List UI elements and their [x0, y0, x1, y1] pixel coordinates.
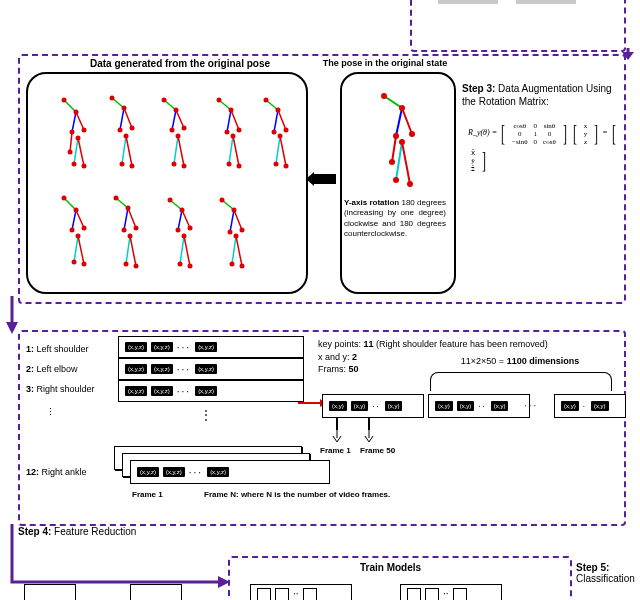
svg-point-11 [76, 136, 81, 141]
svg-line-112 [402, 108, 412, 134]
svg-line-64 [76, 210, 84, 228]
svg-point-82 [134, 226, 139, 231]
svg-point-106 [240, 228, 245, 233]
step5-label: Step 5: Classification [576, 562, 640, 584]
svg-point-23 [124, 134, 129, 139]
svg-line-27 [172, 110, 176, 130]
svg-point-35 [176, 134, 181, 139]
svg-point-21 [118, 128, 123, 133]
sample-frame-img [516, 0, 576, 4]
svg-point-123 [407, 181, 413, 187]
svg-line-77 [126, 236, 130, 264]
svg-point-95 [182, 234, 187, 239]
svg-point-34 [182, 126, 187, 131]
svg-point-31 [162, 98, 167, 103]
svg-line-111 [396, 108, 402, 136]
svg-point-25 [130, 164, 135, 169]
frame1-label: Frame 1 [320, 446, 351, 455]
svg-point-92 [180, 208, 185, 213]
svg-point-81 [122, 228, 127, 233]
svg-point-116 [381, 93, 387, 99]
svg-line-114 [396, 142, 402, 180]
svg-line-102 [236, 236, 242, 266]
train-title: Train Models [360, 562, 421, 573]
generated-poses-box [26, 72, 308, 294]
svg-line-1 [72, 112, 76, 132]
svg-point-6 [62, 98, 67, 103]
svg-point-103 [220, 198, 225, 203]
svg-line-76 [128, 208, 136, 228]
dimensions-label: 11×2×50 = 1100 dimensions [420, 356, 620, 366]
svg-point-7 [74, 110, 79, 115]
generated-title: Data generated from the original pose [90, 58, 270, 69]
svg-point-20 [122, 106, 127, 111]
svg-point-73 [82, 262, 87, 267]
svg-point-10 [68, 150, 73, 155]
frame-row: (x,y,z)(x,y,z) ···(x,y,z) [118, 380, 304, 402]
svg-line-41 [229, 136, 233, 164]
vector-segment: (x,y)·(x,y) [554, 394, 626, 418]
step2-images-box [410, 0, 626, 52]
arrow-down-icon [332, 428, 342, 444]
svg-point-117 [399, 105, 405, 111]
svg-point-91 [168, 198, 173, 203]
brace-icon [430, 372, 612, 391]
svg-line-89 [180, 236, 184, 264]
svg-line-62 [64, 198, 76, 210]
svg-point-24 [120, 162, 125, 167]
svg-line-101 [232, 236, 236, 264]
svg-line-42 [233, 136, 239, 166]
svg-line-65 [74, 236, 78, 262]
svg-point-104 [232, 208, 237, 213]
svg-line-113 [392, 136, 396, 162]
svg-point-47 [231, 134, 236, 139]
sample-frame-img [438, 0, 498, 4]
frame-stack: (x,y,z)(x,y,z) ···(x,y,z) (x,y,z)(x,y,z)… [118, 336, 304, 402]
svg-point-83 [128, 234, 133, 239]
svg-line-30 [178, 136, 184, 166]
svg-line-110 [384, 96, 402, 108]
svg-line-51 [274, 110, 278, 132]
model-box: ·· [400, 584, 502, 600]
svg-point-9 [82, 128, 87, 133]
left-arrow-icon [306, 172, 336, 186]
svg-point-59 [278, 134, 283, 139]
frame-row: (x,y,z)(x,y,z) ···(x,y,z) [118, 336, 304, 358]
svg-line-15 [120, 108, 124, 130]
model-box: ·· [250, 584, 352, 600]
rotation-note: Y-axis rotation 180 degrees (increasing … [344, 198, 446, 240]
frame-row: (x,y,z)(x,y,z) ···(x,y,z) [118, 358, 304, 380]
step3-label: Step 3: Data Augmentation Using the Rota… [462, 82, 622, 108]
joint-list: 1: Left shoulder 2: Left elbow 3: Right … [26, 340, 95, 483]
svg-line-3 [70, 132, 72, 152]
svg-line-63 [72, 210, 76, 230]
svg-line-2 [76, 112, 84, 130]
rotation-formula: R_y(θ) = [ cosθ0sinθ 010 −sinθ0cosθ ] [ … [468, 120, 628, 174]
svg-point-12 [72, 162, 77, 167]
svg-point-68 [74, 208, 79, 213]
frame1-caption: Frame 1 [132, 490, 163, 499]
svg-line-90 [184, 236, 190, 266]
svg-point-56 [276, 108, 281, 113]
frameN-caption: Frame N: where N is the number of video … [204, 490, 390, 499]
svg-line-88 [182, 210, 190, 228]
svg-point-109 [240, 264, 245, 269]
svg-line-39 [227, 110, 231, 132]
svg-point-44 [229, 108, 234, 113]
svg-point-70 [82, 226, 87, 231]
svg-point-67 [62, 196, 67, 201]
svg-line-4 [74, 138, 78, 164]
svg-line-52 [278, 110, 286, 130]
svg-point-118 [393, 133, 399, 139]
svg-point-80 [126, 206, 131, 211]
svg-point-61 [284, 164, 289, 169]
svg-point-71 [76, 234, 81, 239]
svg-point-72 [72, 260, 77, 265]
svg-line-99 [230, 210, 234, 232]
svg-point-45 [225, 130, 230, 135]
svg-line-0 [64, 100, 76, 112]
svg-point-8 [70, 130, 75, 135]
svg-line-17 [122, 136, 126, 164]
arrow-down-icon [364, 428, 374, 444]
model-box [130, 584, 182, 600]
